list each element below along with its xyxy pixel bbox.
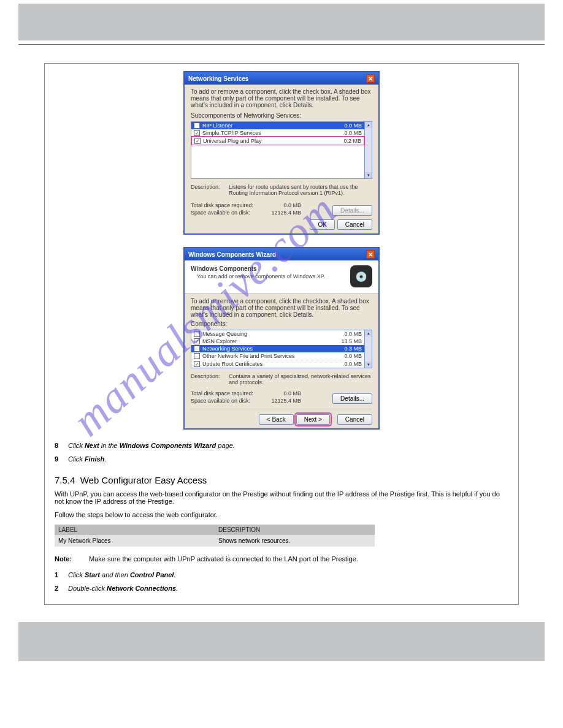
- next-button[interactable]: Next >: [296, 414, 330, 425]
- section-follow: Follow the steps below to access the web…: [55, 511, 508, 518]
- details-button[interactable]: Details...: [332, 393, 372, 404]
- list-item[interactable]: Message Queuing 0.0 MB: [191, 330, 364, 338]
- list-item-label: Simple TCP/IP Services: [202, 130, 261, 136]
- list-item-label: Universal Plug and Play: [203, 138, 262, 144]
- step-number: 1: [55, 571, 63, 578]
- label-description-table: LABEL DESCRIPTION My Network Places Show…: [55, 525, 375, 547]
- step-bold: Next: [85, 442, 99, 449]
- disk-req-label: Total disk space required:: [191, 202, 264, 208]
- disk-avail-label: Space available on disk:: [191, 210, 264, 216]
- disk-avail-value: 12125.4 MB: [264, 210, 301, 216]
- table-header-label: LABEL: [55, 525, 215, 535]
- cd-icon: 💿: [350, 265, 372, 287]
- list-item-label: RIP Listener: [202, 123, 232, 129]
- list-item-size: 0.2 MB: [343, 138, 361, 144]
- back-button[interactable]: < Back: [259, 414, 294, 425]
- list-item[interactable]: ✓ RIP Listener 0.0 MB: [191, 122, 364, 129]
- checkbox-icon[interactable]: ✓: [194, 346, 200, 352]
- checkbox-icon[interactable]: ✓: [194, 123, 200, 129]
- list-item-highlighted[interactable]: ✓ Universal Plug and Play 0.2 MB: [191, 136, 365, 146]
- dialog1-listbox[interactable]: ✓ RIP Listener 0.0 MB ✓ Simple TCP/IP Se…: [191, 121, 365, 179]
- step-bold: Start: [85, 571, 100, 578]
- wizard-subheading: You can add or remove components of Wind…: [197, 273, 325, 279]
- note-text: Make sure the computer with UPnP activat…: [89, 555, 358, 563]
- step-text: and then: [100, 571, 130, 578]
- scroll-up-icon[interactable]: ▴: [365, 330, 372, 336]
- list-item-size: 0.3 MB: [344, 346, 362, 352]
- table-row: My Network Places Shows network resource…: [55, 535, 375, 547]
- step-text: .: [174, 571, 175, 578]
- wizard-heading: Windows Components: [191, 265, 325, 272]
- dialog2-instructions: To add or remove a component, click the …: [191, 298, 372, 318]
- list-item[interactable]: ✓ Update Root Certificates 0.0 MB: [191, 360, 364, 368]
- scroll-down-icon[interactable]: ▾: [365, 362, 372, 368]
- dialog1-titlebar: Networking Services ✕: [185, 72, 378, 85]
- dialog2-title: Windows Components Wizard: [188, 251, 276, 258]
- table-cell-label: My Network Places: [55, 535, 215, 547]
- checkbox-icon[interactable]: ✓: [194, 338, 200, 344]
- step-text: in the: [99, 442, 120, 449]
- step-1: 1 Click Start and then Control Panel.: [55, 571, 508, 578]
- step-bold: Windows Components Wizard: [120, 442, 216, 449]
- close-icon[interactable]: ✕: [366, 74, 375, 83]
- step-bold: Finish: [85, 455, 104, 463]
- step-text: .: [176, 585, 178, 592]
- list-item[interactable]: ✓ MSN Explorer 13.5 MB: [191, 338, 364, 345]
- ok-button[interactable]: OK: [310, 219, 334, 230]
- note-block: Note: Make sure the computer with UPnP a…: [55, 555, 508, 563]
- dialog1-list-label: Subcomponents of Networking Services:: [191, 112, 372, 119]
- disk-req-label: Total disk space required:: [191, 390, 264, 396]
- page-footer-bar: [18, 622, 545, 661]
- dialog1-desc-label: Description:: [191, 184, 224, 196]
- cancel-button[interactable]: Cancel: [337, 219, 372, 230]
- table-header-desc: DESCRIPTION: [215, 525, 375, 535]
- scrollbar[interactable]: ▴ ▾: [365, 330, 372, 368]
- section-title: Web Configurator Easy Access: [80, 475, 207, 485]
- close-icon[interactable]: ✕: [366, 250, 375, 259]
- list-item[interactable]: Other Network File and Print Services 0.…: [191, 352, 364, 360]
- dialog2-listbox[interactable]: Message Queuing 0.0 MB ✓ MSN Explorer 13…: [191, 330, 365, 368]
- table-cell-desc: Shows network resources.: [215, 535, 375, 547]
- table-header-row: LABEL DESCRIPTION: [55, 525, 375, 535]
- list-item-label: Other Network File and Print Services: [202, 353, 295, 359]
- dialog2-desc-text: Contains a variety of specialized, netwo…: [229, 373, 372, 385]
- list-item-size: 0.0 MB: [344, 353, 362, 359]
- disk-req-value: 0.0 MB: [264, 202, 301, 208]
- details-button[interactable]: Details...: [332, 205, 372, 216]
- list-item-selected[interactable]: ✓ Networking Services 0.3 MB: [191, 345, 364, 352]
- step-2: 2 Double-click Network Connections.: [55, 585, 508, 592]
- step-text: page.: [216, 442, 235, 449]
- step-number: 9: [55, 455, 63, 463]
- checkbox-icon[interactable]: [194, 331, 200, 337]
- dialog2-list-label: Components:: [191, 320, 372, 327]
- step-9: 9 Click Finish.: [55, 455, 508, 463]
- cancel-button[interactable]: Cancel: [337, 414, 372, 425]
- list-item-size: 13.5 MB: [341, 338, 362, 344]
- list-item-label: MSN Explorer: [202, 338, 237, 344]
- scroll-down-icon[interactable]: ▾: [365, 172, 372, 178]
- checkbox-icon[interactable]: ✓: [194, 130, 200, 136]
- scrollbar[interactable]: ▴ ▾: [365, 121, 372, 179]
- dialog2-titlebar: Windows Components Wizard ✕: [185, 248, 378, 260]
- header-rule: [18, 44, 545, 45]
- list-item-size: 0.0 MB: [344, 361, 362, 367]
- step-text: Click: [68, 571, 85, 578]
- list-item-label: Update Root Certificates: [202, 361, 262, 367]
- checkbox-icon[interactable]: ✓: [194, 361, 200, 367]
- list-item-size: 0.0 MB: [344, 331, 362, 337]
- components-wizard-dialog: Windows Components Wizard ✕ Windows Comp…: [183, 247, 380, 430]
- list-item-size: 0.0 MB: [344, 123, 362, 129]
- dialog1-desc-text: Listens for route updates sent by router…: [229, 184, 372, 196]
- step-text: Click: [68, 455, 85, 463]
- step-text: .: [104, 455, 106, 463]
- step-bold: Network Connections: [107, 585, 176, 592]
- disk-req-value: 0.0 MB: [264, 390, 301, 396]
- step-8: 8 Click Next in the Windows Components W…: [55, 442, 508, 449]
- list-item-size: 0.0 MB: [344, 130, 362, 136]
- dialog1-title: Networking Services: [188, 75, 248, 82]
- checkbox-icon[interactable]: [194, 353, 200, 359]
- dialog2-desc-label: Description:: [191, 373, 224, 385]
- scroll-up-icon[interactable]: ▴: [365, 122, 372, 128]
- list-item-label: Message Queuing: [202, 331, 247, 337]
- checkbox-icon[interactable]: ✓: [194, 138, 201, 144]
